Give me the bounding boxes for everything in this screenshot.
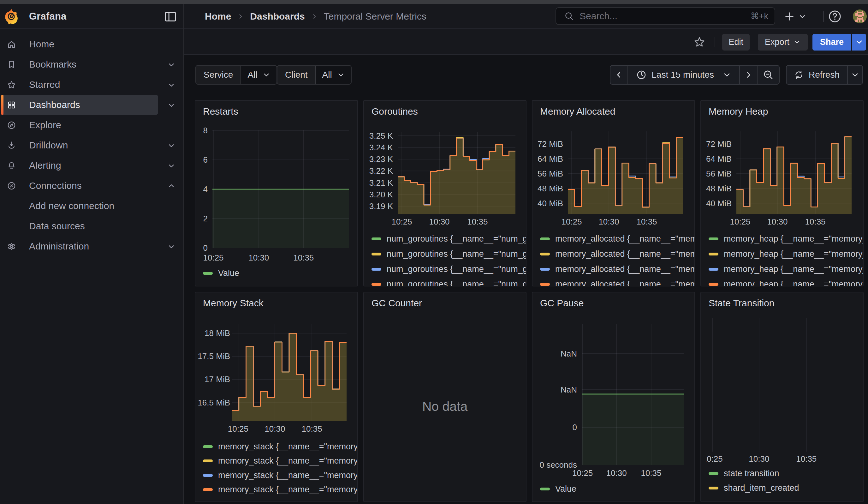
sidebar-item-bookmarks[interactable]: Bookmarks <box>0 54 184 74</box>
legend-label[interactable]: Value <box>555 484 576 494</box>
zoom-out-button[interactable] <box>757 66 779 84</box>
legend-swatch <box>709 283 719 286</box>
sidebar-item-starred[interactable]: Starred <box>0 74 184 95</box>
legend-label[interactable]: memory_heap {__name__="memory_h <box>724 234 864 244</box>
sidebar-item-data-sources[interactable]: Data sources <box>0 216 184 236</box>
legend-label[interactable]: memory_stack {__name__="memory_s <box>218 471 358 480</box>
share-button[interactable]: Share <box>813 34 851 51</box>
time-range-label: Last 15 minutes <box>651 70 714 80</box>
legend-label[interactable]: memory_heap {__name__="memory_h <box>724 279 864 287</box>
chevron-down-icon[interactable] <box>167 243 175 251</box>
search-input[interactable]: Search... ⌘+k <box>556 7 775 25</box>
time-shift-back-button[interactable] <box>610 66 628 84</box>
chevron-down-icon <box>337 71 345 79</box>
sidebar-item-connections[interactable]: Connections <box>0 176 184 196</box>
legend-label[interactable]: memory_stack {__name__="memory_s <box>218 485 358 495</box>
panel-state-transition: State Transition10:2510:3010:35state tra… <box>700 292 864 502</box>
y-axis-tick-label: 64 MiB <box>706 154 732 164</box>
legend-label[interactable]: state transition <box>724 469 779 479</box>
y-axis-tick-label: 3.21 K <box>369 178 393 187</box>
y-axis-tick-label: 64 MiB <box>538 154 563 164</box>
x-axis-tick-label: 10:30 <box>606 468 627 478</box>
angle-left-icon <box>615 71 623 79</box>
divider <box>823 11 824 22</box>
chevron-down-icon[interactable] <box>167 142 175 150</box>
chevron-down-icon[interactable] <box>167 101 175 109</box>
avatar[interactable] <box>853 10 867 23</box>
legend-label[interactable]: memory_allocated {__name__="memo <box>555 279 695 287</box>
x-axis-tick-label: 10:30 <box>265 424 285 434</box>
legend-label[interactable]: memory_stack {__name__="memory_s <box>218 442 358 452</box>
chevron-down-icon[interactable] <box>167 61 175 69</box>
y-axis-tick-label: 0 <box>203 243 208 253</box>
sidebar-item-administration[interactable]: Administration <box>0 236 184 256</box>
legend-label[interactable]: num_goroutines {__name__="num_go <box>387 234 526 244</box>
legend-swatch <box>709 237 719 240</box>
refresh-button[interactable]: Refresh <box>787 66 848 84</box>
x-axis-tick-label: 10:30 <box>248 253 269 263</box>
legend-swatch <box>203 460 213 462</box>
chevron-down-icon <box>723 71 731 79</box>
panel-memory-heap: Memory Heap72 MiB64 MiB56 MiB48 MiB40 Mi… <box>700 100 864 286</box>
plus-icon <box>784 11 795 22</box>
legend-label[interactable]: num_goroutines {__name__="num_go <box>387 264 526 274</box>
chevron-up-icon[interactable] <box>167 182 175 190</box>
sidebar-item-home[interactable]: Home <box>0 34 184 54</box>
panel-title[interactable]: GC Counter <box>372 298 422 309</box>
sidebar-item-dashboards[interactable]: Dashboards <box>0 95 184 115</box>
legend-label[interactable]: memory_allocated {__name__="memo <box>555 249 695 259</box>
legend-label[interactable]: memory_heap {__name__="memory_h <box>724 249 864 259</box>
y-axis-tick-label: 16.5 MiB <box>198 398 230 407</box>
y-axis-tick-label: 72 MiB <box>538 139 563 149</box>
panel-memory-stack: Memory Stack18 MiB17.5 MiB17 MiB16.5 MiB… <box>195 292 358 502</box>
chart-plot-gc-pause[interactable]: NaNNaN00 seconds10:2510:3010:35 <box>533 292 695 502</box>
chevron-down-icon[interactable] <box>167 81 175 89</box>
legend-label[interactable]: num_goroutines {__name__="num_go <box>387 279 526 287</box>
y-axis-tick-label: 0 <box>572 422 577 432</box>
avatar-pixel-image <box>853 10 867 23</box>
legend-label[interactable]: Value <box>218 268 239 278</box>
y-axis-tick-label: 18 MiB <box>205 328 230 338</box>
edit-button[interactable]: Edit <box>722 34 750 51</box>
sidebar-item-add-new-connection[interactable]: Add new connection <box>0 196 184 216</box>
clock-icon <box>636 70 647 80</box>
chart-plot-restarts[interactable]: 8642010:2510:3010:35 <box>195 101 358 286</box>
time-range-picker[interactable]: Last 15 minutes <box>628 66 740 84</box>
time-shift-forward-button[interactable] <box>740 66 757 84</box>
x-axis-tick-label: 10:30 <box>749 454 769 464</box>
sidebar-item-alerting[interactable]: Alerting <box>0 155 184 176</box>
legend-item: num_goroutines {__name__="num_go <box>372 231 526 246</box>
legend-item: shard_item_created <box>709 480 799 495</box>
breadcrumb-item[interactable]: Home <box>205 11 231 22</box>
add-button[interactable] <box>784 9 810 24</box>
x-axis-tick-label: 10:25 <box>392 217 412 226</box>
star-icon <box>7 80 16 89</box>
export-button[interactable]: Export <box>758 34 808 51</box>
legend-label[interactable]: memory_heap {__name__="memory_h <box>724 264 864 274</box>
chevron-down-icon[interactable] <box>167 162 175 170</box>
x-axis-tick-label: 10:35 <box>805 217 825 226</box>
legend-label[interactable]: memory_allocated {__name__="memo <box>555 234 695 244</box>
series-fill <box>736 137 851 214</box>
edit-button-label: Edit <box>728 37 743 47</box>
legend-label[interactable]: memory_stack {__name__="memory_s <box>218 456 358 466</box>
breadcrumb-item[interactable]: Dashboards <box>250 11 304 22</box>
panel-left-icon[interactable] <box>164 11 177 22</box>
legend-label[interactable]: memory_allocated {__name__="memo <box>555 264 695 274</box>
legend-label[interactable]: num_goroutines {__name__="num_go <box>387 249 526 259</box>
share-menu-button[interactable] <box>852 34 866 51</box>
help-icon[interactable] <box>828 10 842 23</box>
sidebar-item-drilldown[interactable]: Drilldown <box>0 135 184 155</box>
sidebar-item-label: Data sources <box>29 216 85 236</box>
legend-item: memory_stack {__name__="memory_s <box>203 439 358 454</box>
favorite-star-button[interactable] <box>691 34 707 50</box>
variable-value-dropdown[interactable]: All <box>241 66 276 84</box>
legend-label[interactable]: shard_item_created <box>724 483 799 493</box>
x-axis-tick-label: 10:25 <box>228 424 248 434</box>
legend-swatch <box>203 474 213 477</box>
grafana-app: Grafana HomeBookmarksStarredDashboardsEx… <box>0 0 868 504</box>
refresh-interval-button[interactable] <box>848 66 862 84</box>
sidebar-item-explore[interactable]: Explore <box>0 115 184 135</box>
variable-value-dropdown[interactable]: All <box>316 66 351 84</box>
plug-icon <box>7 181 16 191</box>
